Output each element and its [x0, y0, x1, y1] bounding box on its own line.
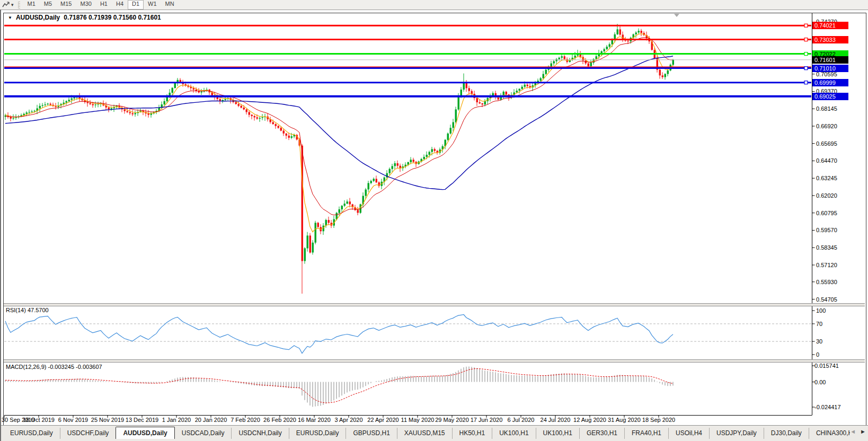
- ma-fast-line: [5, 34, 673, 232]
- chart-tab-AUDUSD-Daily[interactable]: AUDUSD,Daily: [116, 427, 174, 439]
- timeframe-button-D1[interactable]: D1: [128, 0, 144, 10]
- chart-tab-EURUSD-Daily[interactable]: EURUSD,Daily: [3, 428, 60, 439]
- chart-tab-USDCAD-Daily[interactable]: USDCAD,Daily: [175, 428, 232, 439]
- macd-indicator-label: MACD(12,26,9) -0.003245 -0.003607: [6, 364, 102, 370]
- chart-tab-USDJPY-Daily[interactable]: USDJPY,Daily: [709, 428, 764, 439]
- chart-symbol-period: AUDUSD,Daily: [16, 14, 60, 21]
- tab-scroll-arrows: ◄ ►: [850, 428, 866, 435]
- chart-tab-FRA40-H1[interactable]: FRA40,H1: [624, 428, 668, 439]
- timeframe-button-H4[interactable]: H4: [112, 0, 128, 8]
- pane-splitter-rsi[interactable]: [4, 303, 865, 306]
- chart-shift-marker-icon[interactable]: [674, 14, 679, 17]
- chart-menu-caret-icon[interactable]: ▼: [8, 15, 12, 20]
- chart-tab-GER30-H1[interactable]: GER30,H1: [579, 428, 624, 439]
- chart-tab-USOil-H4[interactable]: USOil,H4: [668, 428, 709, 439]
- chart-tab-DJ30-Daily[interactable]: DJ30,Daily: [764, 428, 809, 439]
- toolbar-grip[interactable]: [18, 2, 20, 8]
- chart-tab-XAUUSD-M15[interactable]: XAUUSD,M15: [397, 428, 452, 439]
- chart-tab-USDCNH-Daily[interactable]: USDCNH,Daily: [231, 428, 288, 439]
- timeframe-button-H1[interactable]: H1: [96, 0, 112, 8]
- timeframe-button-M30[interactable]: M30: [76, 0, 96, 8]
- window-left-edge: [0, 10, 1, 441]
- ma-medium-line: [5, 38, 673, 215]
- chart-tab-UK100-H1[interactable]: UK100,H1: [536, 428, 579, 439]
- tab-scroll-left-icon[interactable]: ◄: [850, 428, 856, 435]
- chevron-down-icon[interactable]: ▾: [11, 2, 14, 7]
- timeframe-button-M5[interactable]: M5: [40, 0, 56, 8]
- rsi-indicator-label: RSI(14) 47.5700: [6, 307, 49, 313]
- ma-slow-line: [5, 56, 673, 190]
- rsi-line: [5, 315, 673, 354]
- chart-tabs: EURUSD,DailyUSDCHF,DailyAUDUSD,DailyUSDC…: [3, 427, 850, 439]
- pane-splitter-macd[interactable]: [4, 359, 865, 363]
- timeframe-button-M15[interactable]: M15: [56, 0, 76, 8]
- timeframe-buttons: M1M5M15M30H1H4D1W1MN: [23, 0, 179, 10]
- timeframe-toolbar: ▾ M1M5M15M30H1H4D1W1MN: [0, 0, 868, 10]
- candles-layer: [5, 24, 675, 294]
- horizontal-lines-layer[interactable]: [4, 24, 811, 96]
- chart-tab-USDCHF-Daily[interactable]: USDCHF,Daily: [60, 428, 116, 439]
- timeframe-button-M1[interactable]: M1: [23, 0, 40, 8]
- chart-tab-bar: EURUSD,DailyUSDCHF,DailyAUDUSD,DailyUSDC…: [0, 425, 868, 441]
- chart-ohlc-values: 0.71876 0.71939 0.71560 0.71601: [64, 14, 161, 21]
- chart-plot: [0, 0, 868, 441]
- timeframe-button-W1[interactable]: W1: [144, 0, 161, 8]
- chart-cursor-icon[interactable]: [2, 1, 10, 8]
- chart-title: ▼ AUDUSD,Daily 0.71876 0.71939 0.71560 0…: [8, 14, 161, 21]
- chart-tab-HK50-H1[interactable]: HK50,H1: [452, 428, 492, 439]
- trading-terminal: ▾ M1M5M15M30H1H4D1W1MN 0.742700.730450.7…: [0, 0, 868, 441]
- chart-tab-UK100-H1[interactable]: UK100,H1: [492, 428, 535, 439]
- tab-scroll-right-icon[interactable]: ►: [860, 428, 866, 435]
- timeframe-button-MN[interactable]: MN: [161, 0, 179, 8]
- chart-tab-EURUSD-Daily[interactable]: EURUSD,Daily: [289, 428, 346, 439]
- chart-tab-CHINA300-H1[interactable]: CHINA300,H1: [809, 428, 850, 439]
- chart-tab-GBPUSD-H1[interactable]: GBPUSD,H1: [346, 428, 396, 439]
